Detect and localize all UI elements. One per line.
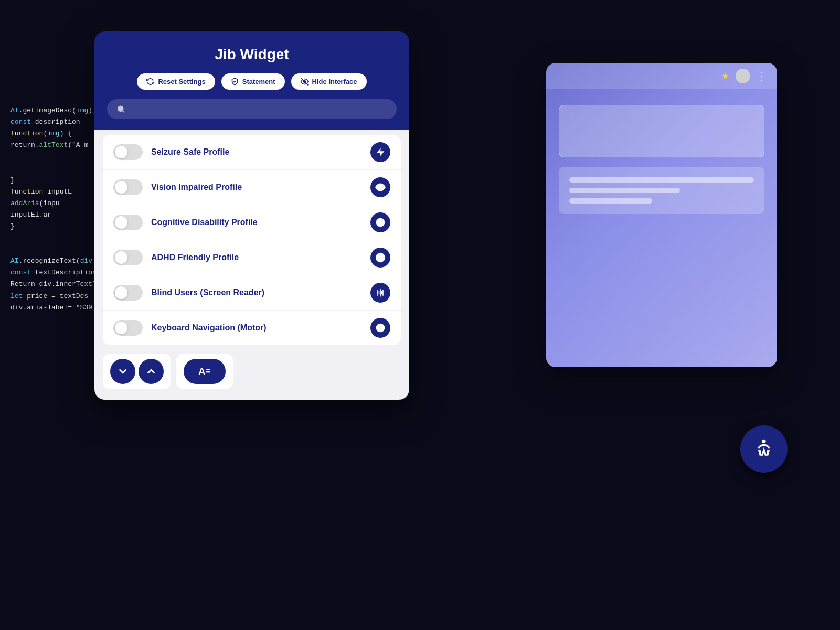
widget-panel: Jib Widget Reset Settings Statement bbox=[94, 31, 409, 400]
profile-name-keyboard: Keyboard Navigation (Motor) bbox=[151, 323, 362, 333]
browser-content bbox=[546, 89, 777, 230]
toggle-adhd[interactable] bbox=[113, 250, 143, 265]
hide-icon bbox=[301, 78, 309, 86]
toggle-keyboard[interactable] bbox=[113, 320, 143, 336]
toggle-cognitive[interactable] bbox=[113, 215, 143, 230]
text-action-group: A≡ bbox=[176, 354, 233, 389]
toggle-knob-vision bbox=[115, 181, 127, 194]
svg-point-10 bbox=[379, 257, 381, 258]
bottom-actions-bar: A≡ bbox=[103, 351, 401, 394]
scroll-up-button[interactable] bbox=[139, 359, 164, 384]
browser-toolbar: ★ ⋮ bbox=[546, 63, 777, 89]
toggle-blind[interactable] bbox=[113, 285, 143, 301]
profile-name-adhd: ADHD Friendly Profile bbox=[151, 253, 362, 262]
toggle-knob-seizure bbox=[115, 146, 127, 158]
user-avatar bbox=[736, 69, 750, 83]
browser-line-full bbox=[569, 177, 754, 183]
search-input[interactable] bbox=[131, 105, 387, 114]
audio-icon bbox=[375, 287, 386, 298]
search-bar[interactable] bbox=[107, 99, 397, 119]
browser-line-shorter bbox=[569, 198, 652, 204]
profile-icon-cognitive[interactable] bbox=[370, 212, 390, 232]
arrow-icon bbox=[375, 323, 386, 333]
profile-name-seizure: Seizure Safe Profile bbox=[151, 147, 362, 157]
profile-row-adhd: ADHD Friendly Profile bbox=[103, 240, 401, 275]
reset-icon bbox=[146, 78, 154, 86]
widget-title: Jib Widget bbox=[107, 46, 397, 63]
accessibility-fab[interactable] bbox=[740, 425, 788, 473]
profile-name-blind: Blind Users (Screen Reader) bbox=[151, 288, 362, 297]
toggle-knob-blind bbox=[115, 286, 127, 299]
search-icon bbox=[116, 104, 125, 114]
lightning-icon bbox=[375, 147, 386, 157]
accessibility-icon bbox=[752, 437, 775, 461]
toggle-seizure[interactable] bbox=[113, 144, 143, 160]
profile-list: Seizure Safe Profile Vision Impaired Pro… bbox=[103, 135, 401, 345]
profile-row-keyboard: Keyboard Navigation (Motor) bbox=[103, 311, 401, 345]
chevron-up-icon bbox=[145, 366, 157, 377]
profile-row-cognitive: Cognitive Disability Profile bbox=[103, 205, 401, 240]
text-settings-button[interactable]: A≡ bbox=[184, 359, 226, 384]
shield-icon bbox=[231, 78, 239, 86]
browser-text-placeholder bbox=[559, 167, 764, 214]
widget-header: Jib Widget Reset Settings Statement bbox=[94, 31, 409, 130]
profile-icon-adhd[interactable] bbox=[370, 248, 390, 268]
scroll-action-group bbox=[103, 354, 171, 389]
svg-point-0 bbox=[762, 440, 765, 443]
eye-icon bbox=[375, 182, 386, 193]
profile-name-vision: Vision Impaired Profile bbox=[151, 183, 362, 192]
browser-mockup: ★ ⋮ bbox=[546, 63, 777, 367]
profile-icon-blind[interactable] bbox=[370, 283, 390, 303]
widget-body: Seizure Safe Profile Vision Impaired Pro… bbox=[94, 130, 409, 400]
profile-name-cognitive: Cognitive Disability Profile bbox=[151, 218, 362, 227]
svg-point-3 bbox=[379, 186, 382, 189]
profile-icon-seizure[interactable] bbox=[370, 142, 390, 162]
widget-actions: Reset Settings Statement Hide Interfa bbox=[107, 73, 397, 90]
list-icon bbox=[375, 217, 386, 228]
statement-button[interactable]: Statement bbox=[221, 73, 285, 90]
star-icon: ★ bbox=[721, 70, 729, 82]
toggle-knob-adhd bbox=[115, 251, 127, 264]
browser-line-short bbox=[569, 188, 680, 193]
toggle-knob-keyboard bbox=[115, 322, 127, 334]
toggle-vision[interactable] bbox=[113, 179, 143, 195]
profile-icon-vision[interactable] bbox=[370, 177, 390, 197]
svg-point-2 bbox=[118, 106, 123, 112]
menu-dots-icon: ⋮ bbox=[757, 70, 768, 82]
profile-row-vision: Vision Impaired Profile bbox=[103, 170, 401, 205]
profile-row-seizure: Seizure Safe Profile bbox=[103, 135, 401, 170]
hide-interface-button[interactable]: Hide Interface bbox=[291, 73, 367, 90]
profile-icon-keyboard[interactable] bbox=[370, 318, 390, 338]
chevron-down-icon bbox=[117, 366, 129, 377]
profile-row-blind: Blind Users (Screen Reader) bbox=[103, 275, 401, 311]
scroll-down-button[interactable] bbox=[110, 359, 135, 384]
toggle-knob-cognitive bbox=[115, 216, 127, 229]
target-icon bbox=[375, 252, 386, 263]
reset-settings-button[interactable]: Reset Settings bbox=[137, 73, 215, 90]
browser-image-placeholder bbox=[559, 105, 764, 157]
